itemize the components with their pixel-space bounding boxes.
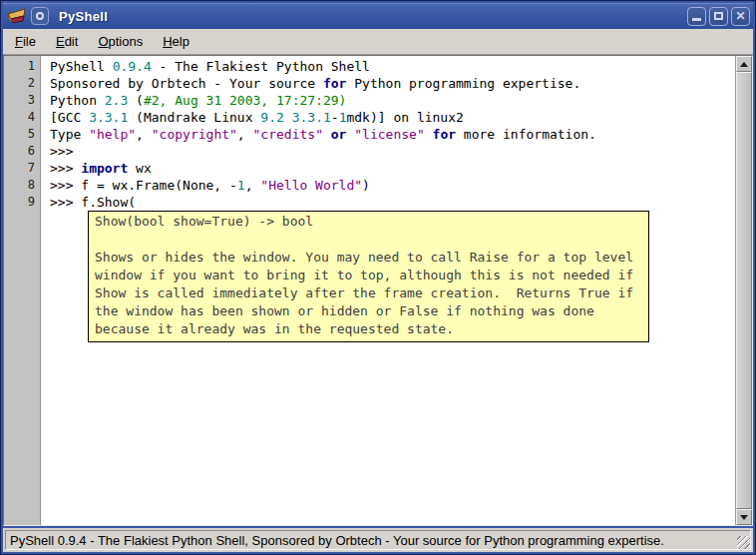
code-segment: "credits" bbox=[253, 127, 323, 142]
line-number-margin: 123456789 bbox=[4, 56, 41, 525]
scroll-up-button[interactable] bbox=[736, 56, 752, 72]
menu-item-file[interactable]: File bbox=[5, 30, 46, 53]
shell-line: Python 2.3 (#2, Aug 31 2003, 17:27:29) bbox=[50, 92, 735, 109]
calltip-line: the window has been shown or hidden or F… bbox=[95, 302, 642, 320]
calltip-line bbox=[95, 231, 642, 249]
titlebar[interactable]: PyShell ✕ bbox=[3, 3, 753, 29]
code-segment: - The Flakiest Python Shell bbox=[152, 59, 370, 74]
calltip-line: Show is called immediately after the fra… bbox=[95, 284, 642, 302]
code-segment: >>> bbox=[50, 144, 73, 159]
line-number: 9 bbox=[4, 194, 40, 211]
vertical-scrollbar[interactable] bbox=[735, 56, 752, 525]
calltip-line: Show(bool show=True) -> bool bbox=[95, 213, 642, 231]
calltip-line: Shows or hides the window. You may need … bbox=[95, 249, 642, 267]
shell-line: Sponsored by Orbtech - Your source for P… bbox=[50, 75, 735, 92]
code-segment: >>> bbox=[50, 161, 81, 176]
shell-line: PyShell 0.9.4 - The Flakiest Python Shel… bbox=[50, 58, 735, 75]
line-number: 5 bbox=[4, 126, 40, 143]
shell-line: Type "help", "copyright", "credits" or "… bbox=[50, 126, 735, 143]
code-segment: 2.3 bbox=[105, 93, 128, 108]
line-number: 4 bbox=[4, 109, 40, 126]
code-segment: or bbox=[331, 127, 347, 142]
code-segment: (Mandrake Linux bbox=[128, 110, 260, 125]
shell-line: >>> bbox=[50, 143, 735, 160]
line-number: 7 bbox=[4, 160, 40, 177]
calltip: Show(bool show=True) -> boolShows or hid… bbox=[88, 211, 649, 342]
code-segment: "copyright" bbox=[152, 127, 237, 142]
code-segment bbox=[425, 127, 433, 142]
code-segment: >>> f = wx.Frame(None, - bbox=[50, 178, 237, 193]
code-segment: >>> f.Show( bbox=[50, 195, 136, 210]
code-segment: , bbox=[136, 127, 152, 142]
code-segment: more information. bbox=[456, 127, 596, 142]
window-title: PyShell bbox=[59, 9, 108, 24]
code-segment: 3.3.1 bbox=[292, 110, 331, 125]
code-segment: for bbox=[433, 127, 456, 142]
code-segment: "license" bbox=[354, 127, 424, 142]
calltip-line: window if you want to bring it to top, a… bbox=[95, 267, 642, 284]
code-segment: Type bbox=[50, 127, 89, 142]
code-segment: for bbox=[323, 76, 346, 91]
resize-grip-icon[interactable] bbox=[737, 536, 750, 549]
statusbar: PyShell 0.9.4 - The Flakiest Python Shel… bbox=[3, 528, 753, 552]
pyshell-pie-icon[interactable] bbox=[7, 7, 27, 25]
line-number: 8 bbox=[4, 177, 40, 194]
code-segment: mdk)] on linux2 bbox=[346, 110, 463, 125]
status-field: PyShell 0.9.4 - The Flakiest Python Shel… bbox=[5, 530, 751, 550]
code-segment: "Hello World" bbox=[260, 178, 362, 193]
shell-line: [GCC 3.3.1 (Mandrake Linux 9.2 3.3.1-1md… bbox=[50, 109, 735, 126]
code-segment: ( bbox=[128, 93, 144, 108]
code-segment: #2, Aug 31 2003, 17:27:29) bbox=[144, 93, 347, 108]
code-segment: "help" bbox=[89, 127, 136, 142]
arrow-down-icon bbox=[740, 515, 748, 520]
menu-item-edit[interactable]: Edit bbox=[46, 30, 88, 53]
menubar: FileEditOptionsHelp bbox=[3, 29, 753, 55]
code-segment: Python programming expertise. bbox=[346, 76, 580, 91]
calltip-line: because it already was in the requested … bbox=[95, 320, 642, 338]
menu-item-options[interactable]: Options bbox=[88, 30, 153, 53]
pyshell-window: PyShell ✕ FileEditOptionsHelp 123456789 … bbox=[0, 0, 756, 555]
code-segment: Sponsored by Orbtech - Your source bbox=[50, 76, 323, 91]
code-segment: wx bbox=[128, 161, 151, 176]
code-segment: PyShell bbox=[50, 59, 113, 74]
scrollbar-thumb[interactable] bbox=[736, 72, 752, 509]
code-segment: 9.2 bbox=[260, 110, 283, 125]
close-button[interactable]: ✕ bbox=[731, 7, 750, 26]
code-segment: - bbox=[331, 110, 339, 125]
minimize-icon bbox=[692, 18, 701, 21]
maximize-button[interactable] bbox=[709, 7, 728, 26]
window-menu-button[interactable] bbox=[31, 7, 49, 25]
shell-line: >>> f.Show( bbox=[50, 194, 735, 211]
code-segment: 3.3.1 bbox=[89, 110, 128, 125]
code-segment: [GCC bbox=[50, 110, 89, 125]
code-segment bbox=[284, 110, 292, 125]
menu-item-help[interactable]: Help bbox=[153, 30, 199, 53]
shell-editor[interactable]: 123456789 PyShell 0.9.4 - The Flakiest P… bbox=[3, 55, 753, 526]
minimize-button[interactable] bbox=[687, 7, 706, 26]
shell-line: >>> import wx bbox=[50, 160, 735, 177]
code-segment: , bbox=[245, 178, 261, 193]
code-segment bbox=[323, 127, 331, 142]
code-segment: import bbox=[81, 161, 128, 176]
shell-line: >>> f = wx.Frame(None, -1, "Hello World"… bbox=[50, 177, 735, 194]
maximize-icon bbox=[714, 12, 723, 20]
line-number: 1 bbox=[4, 58, 40, 75]
close-icon: ✕ bbox=[735, 10, 745, 22]
circle-icon bbox=[36, 12, 44, 20]
code-segment: Python bbox=[50, 93, 105, 108]
status-text: PyShell 0.9.4 - The Flakiest Python Shel… bbox=[10, 533, 664, 548]
line-number: 6 bbox=[4, 143, 40, 160]
code-segment: 1 bbox=[237, 178, 245, 193]
arrow-up-icon bbox=[740, 62, 748, 67]
code-segment: ) bbox=[362, 178, 370, 193]
scroll-down-button[interactable] bbox=[736, 509, 752, 525]
line-number: 3 bbox=[4, 92, 40, 109]
line-number: 2 bbox=[4, 75, 40, 92]
code-segment: 0.9.4 bbox=[113, 59, 152, 74]
code-segment: , bbox=[237, 127, 253, 142]
